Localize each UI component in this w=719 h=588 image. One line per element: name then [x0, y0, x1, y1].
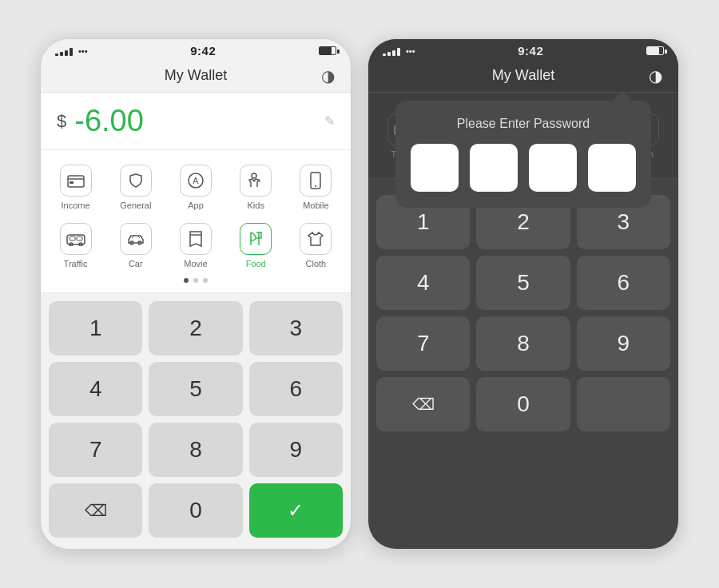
app-icon: A: [180, 165, 212, 197]
battery-icon-right: [646, 46, 664, 55]
key-9-right[interactable]: 9: [577, 316, 670, 371]
password-box-4[interactable]: [588, 144, 636, 192]
key-confirm[interactable]: ✓: [249, 483, 343, 538]
key-2[interactable]: 2: [149, 301, 242, 356]
key-7[interactable]: 7: [49, 423, 142, 477]
key-3[interactable]: 3: [249, 301, 343, 356]
status-time-left: 9:42: [190, 44, 216, 58]
income-icon: [60, 165, 92, 197]
svg-text:A: A: [193, 176, 199, 185]
movie-label: Movie: [184, 259, 207, 268]
income-label: Income: [62, 201, 90, 210]
category-grid-row1: Income General A App: [41, 160, 351, 215]
keypad-right: 1 2 3 4 5 6 7 8 9 ⌫ 0: [368, 187, 678, 443]
signal-area-right: •••: [383, 46, 415, 56]
signal-area: •••: [55, 46, 88, 56]
battery-fill: [320, 47, 332, 54]
key-6[interactable]: 6: [249, 362, 343, 416]
signal-bar-4: [70, 48, 73, 56]
app-header-right: My Wallet ◑: [368, 61, 678, 93]
signal-bar-r2: [387, 52, 391, 56]
cloth-icon: [300, 223, 332, 255]
pagination-dots-left: [41, 273, 351, 286]
category-cloth[interactable]: Cloth: [288, 218, 344, 273]
svg-rect-12: [70, 236, 75, 240]
screens-container: ••• 9:42 My Wallet ◑ $ -6.00 ✎: [24, 22, 695, 566]
food-icon: [240, 223, 272, 255]
key-0[interactable]: 0: [149, 483, 242, 538]
signal-bar-r1: [383, 54, 386, 56]
car-label: Car: [129, 259, 143, 268]
right-phone: ••• 9:42 My Wallet ◑: [367, 38, 679, 550]
key-6-right[interactable]: 6: [577, 256, 670, 310]
key-5[interactable]: 5: [149, 362, 242, 416]
category-app[interactable]: A App: [167, 160, 224, 215]
key-5-right[interactable]: 5: [476, 256, 570, 310]
key-4-right[interactable]: 4: [376, 256, 470, 310]
key-backspace[interactable]: ⌫: [49, 483, 142, 538]
carrier-text: •••: [78, 46, 88, 56]
traffic-icon: [60, 223, 92, 255]
theme-toggle-button[interactable]: ◑: [317, 66, 338, 86]
category-movie[interactable]: Movie: [167, 218, 224, 273]
category-grid-row2: Traffic Car Movie: [41, 218, 351, 273]
kids-icon: [240, 165, 272, 197]
battery-icon-left: [319, 46, 336, 55]
car-icon: [120, 223, 152, 255]
battery-area-left: [319, 46, 336, 55]
category-kids[interactable]: Kids: [228, 160, 284, 215]
svg-point-6: [259, 181, 260, 182]
popup-arrow: [613, 91, 632, 101]
category-food[interactable]: Food: [228, 218, 284, 273]
signal-bar-3: [65, 50, 68, 56]
mobile-icon: [300, 165, 332, 197]
traffic-label: Traffic: [64, 259, 88, 268]
key-7-right[interactable]: 7: [376, 316, 470, 371]
password-box-2[interactable]: [470, 144, 518, 192]
key-8-right[interactable]: 8: [476, 316, 570, 371]
password-popup-title: Please Enter Password: [457, 117, 590, 131]
mobile-label: Mobile: [303, 201, 328, 210]
category-car[interactable]: Car: [107, 218, 164, 273]
movie-icon: [180, 223, 212, 255]
general-icon: [120, 165, 152, 197]
password-overlay: Please Enter Password: [368, 93, 678, 208]
keypad-left: 1 2 3 4 5 6 7 8 9 ⌫ 0 ✓: [41, 293, 351, 549]
status-bar-right: ••• 9:42: [368, 39, 678, 61]
dot-2: [193, 278, 198, 283]
key-8[interactable]: 8: [149, 423, 242, 477]
moon-icon: ◑: [321, 66, 335, 85]
signal-bar-r4: [397, 48, 400, 56]
left-phone: ••• 9:42 My Wallet ◑ $ -6.00 ✎: [40, 38, 352, 550]
app-header-left: My Wallet ◑: [41, 61, 351, 93]
content-area-right: Traffic Car Movie: [368, 93, 678, 179]
currency-symbol: $: [57, 111, 66, 132]
edit-icon[interactable]: ✎: [324, 113, 335, 129]
key-9[interactable]: 9: [249, 423, 343, 477]
app-label: App: [188, 201, 204, 210]
signal-bar-r3: [392, 50, 395, 56]
category-mobile[interactable]: Mobile: [288, 160, 344, 215]
password-box-1[interactable]: [411, 144, 459, 192]
status-time-right: 9:42: [518, 44, 543, 58]
category-traffic[interactable]: Traffic: [47, 218, 104, 273]
key-backspace-right[interactable]: ⌫: [376, 377, 470, 431]
key-4[interactable]: 4: [49, 362, 142, 416]
kids-label: Kids: [247, 201, 264, 210]
amount-value: -6.00: [74, 104, 316, 138]
amount-section-left: $ -6.00 ✎: [41, 93, 351, 150]
signal-bar-2: [60, 52, 63, 56]
key-empty-right: [577, 377, 670, 431]
carrier-text-right: •••: [406, 46, 415, 56]
password-box-3[interactable]: [529, 144, 577, 192]
category-income[interactable]: Income: [47, 160, 104, 215]
moon-icon-right: ◑: [649, 66, 662, 85]
password-boxes: [411, 144, 636, 192]
signal-bar-1: [55, 54, 58, 56]
theme-toggle-button-right[interactable]: ◑: [645, 66, 665, 86]
category-general[interactable]: General: [107, 160, 164, 215]
key-1[interactable]: 1: [49, 301, 142, 356]
svg-rect-2: [70, 181, 73, 184]
key-0-right[interactable]: 0: [476, 377, 570, 431]
dot-1: [184, 278, 189, 283]
